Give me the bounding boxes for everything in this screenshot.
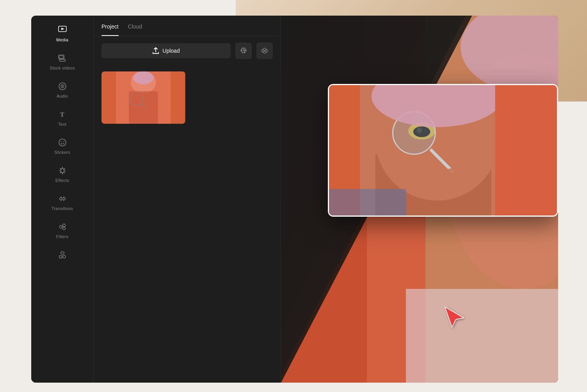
- sidebar-label-audio: Audio: [57, 94, 68, 98]
- media-icon: [57, 25, 68, 35]
- svg-rect-4: [60, 59, 65, 61]
- media-thumbnail-0[interactable]: [101, 71, 185, 124]
- sidebar-item-stickers[interactable]: Stickers: [31, 132, 93, 160]
- svg-point-26: [133, 71, 153, 84]
- svg-marker-19: [263, 51, 267, 53]
- upload-icon: [152, 47, 159, 54]
- upload-label: Upload: [162, 48, 180, 54]
- svg-point-12: [59, 226, 62, 228]
- svg-rect-23: [129, 91, 158, 124]
- sidebar-item-transitions[interactable]: Transitions: [31, 188, 93, 216]
- sidebar-label-transitions: Transitions: [52, 206, 73, 211]
- svg-point-10: [61, 141, 62, 142]
- tab-bar: Project Cloud: [94, 16, 281, 36]
- sidebar-label-stock: Stock videos: [50, 66, 75, 70]
- featured-card-image: [329, 85, 557, 216]
- sidebar-item-text[interactable]: T Text: [31, 104, 93, 132]
- svg-point-7: [62, 86, 63, 87]
- text-icon: T: [57, 109, 68, 119]
- upload-toolbar: Upload: [94, 36, 281, 65]
- dropbox-button[interactable]: [256, 43, 273, 59]
- sidebar-label-stickers: Stickers: [54, 150, 70, 155]
- stock-videos-icon: [57, 53, 68, 63]
- more-icon: [57, 250, 68, 260]
- cursor-overlay: [441, 303, 468, 332]
- sidebar-label-filters: Filters: [56, 234, 68, 239]
- sidebar-item-more[interactable]: [31, 244, 93, 265]
- svg-point-48: [441, 168, 472, 184]
- svg-rect-50: [329, 189, 406, 216]
- tab-project[interactable]: Project: [101, 17, 119, 36]
- sidebar-item-audio[interactable]: Audio: [31, 76, 93, 104]
- svg-rect-3: [59, 56, 63, 58]
- svg-point-14: [62, 227, 65, 230]
- audio-icon: [57, 81, 68, 91]
- filters-icon: [57, 222, 68, 232]
- google-drive-button[interactable]: [235, 43, 252, 59]
- media-grid: [94, 65, 281, 130]
- stickers-icon: [57, 137, 68, 148]
- sidebar-label-effects: Effects: [55, 178, 69, 183]
- media-panel: Project Cloud Upload: [94, 16, 281, 383]
- svg-point-15: [63, 255, 66, 258]
- transitions-icon: [57, 194, 68, 204]
- panel-area: Project Cloud Upload: [94, 16, 558, 383]
- sidebar: Media Stock videos Audio: [31, 16, 94, 383]
- google-drive-icon: [240, 47, 247, 54]
- sidebar-item-filters[interactable]: Filters: [31, 216, 93, 244]
- app-window: Media Stock videos Audio: [31, 16, 558, 383]
- effects-icon: [57, 166, 68, 176]
- sidebar-item-effects[interactable]: Effects: [31, 160, 93, 188]
- sidebar-label-media: Media: [56, 37, 68, 42]
- cursor-arrow-icon: [441, 303, 468, 330]
- dropbox-icon: [261, 47, 268, 54]
- main-content: Project Cloud Upload: [94, 16, 558, 383]
- sidebar-label-text: Text: [58, 122, 66, 127]
- svg-marker-52: [445, 307, 464, 327]
- svg-point-9: [59, 139, 66, 146]
- upload-button[interactable]: Upload: [101, 43, 231, 58]
- sidebar-item-stock-videos[interactable]: Stock videos: [31, 48, 93, 76]
- sidebar-item-media[interactable]: Media: [31, 20, 93, 48]
- svg-point-13: [62, 224, 65, 227]
- svg-text:T: T: [60, 111, 64, 118]
- svg-point-11: [63, 141, 64, 142]
- svg-marker-1: [61, 28, 64, 30]
- svg-rect-51: [495, 85, 557, 216]
- featured-card: [328, 84, 558, 217]
- thumbnail-image: [101, 71, 185, 124]
- preview-area: [281, 16, 558, 383]
- tab-cloud[interactable]: Cloud: [128, 17, 142, 36]
- svg-marker-16: [263, 48, 267, 51]
